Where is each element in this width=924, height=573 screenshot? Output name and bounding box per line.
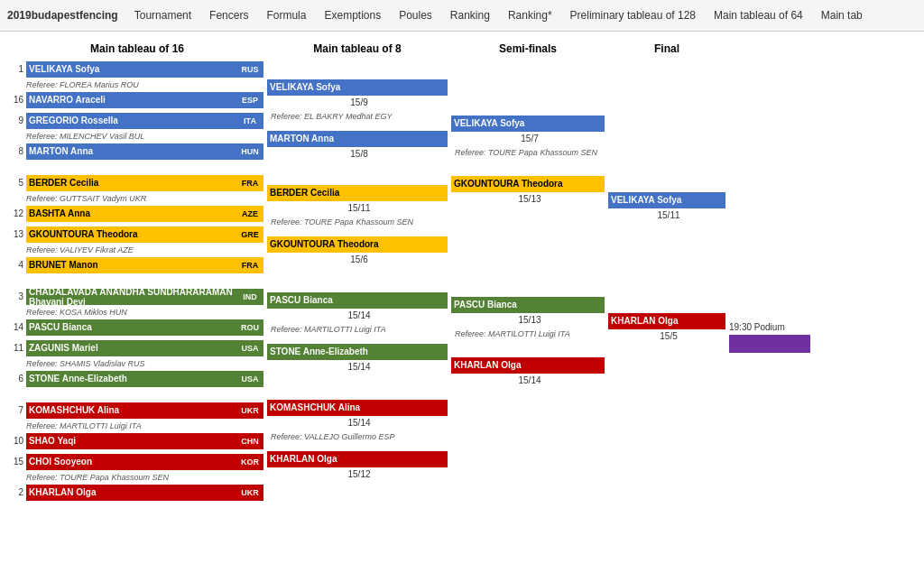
nav-exemptions[interactable]: Exemptions <box>315 0 390 32</box>
referee-line: Referee: MARTILOTTI Luigi ITA <box>11 419 263 432</box>
score: 15/5 <box>608 329 725 343</box>
table-row: PASCU Bianca <box>267 291 448 309</box>
referee-line: Referee: VALIYEV Fikrat AZE <box>11 243 263 256</box>
table-row: VELIKAYA Sofya <box>608 191 725 208</box>
referee-line: Referee: MILENCHEV Vasil BUL <box>11 129 263 143</box>
bracket-content: Main tableau of 16 1 VELIKAYA Sofya RUS … <box>0 32 924 512</box>
table-row: 16 NAVARRO Araceli ESP <box>11 91 263 108</box>
nav-main-tab[interactable]: Main tab <box>812 0 872 32</box>
fencer-name: PASCU Bianca <box>26 319 236 336</box>
seed: 4 <box>11 260 23 270</box>
table-row: VELIKAYA Sofya <box>451 115 605 132</box>
table-row: PASCU Bianca <box>451 296 605 313</box>
fencer-name: CHOI Sooyeon <box>26 454 236 470</box>
fencer-name: STONE Anne-Elizabeth <box>26 371 236 387</box>
table-row: 1 VELIKAYA Sofya RUS <box>11 60 263 78</box>
seed: 14 <box>11 322 23 332</box>
country: KOR <box>236 454 263 470</box>
r1-title: Main tableau of 16 <box>11 42 263 55</box>
fencer-name: CHADALAVADA ANANDHA SUNDHARARAMAN Bhavan… <box>26 289 236 305</box>
fencer-name: KHARLAN Olga <box>608 313 725 329</box>
table-row: 7 KOMASHCHUK Alina UKR <box>11 402 263 419</box>
round-3: Semi-finals VELIKAYA Sofya 15/7Referee: … <box>451 42 605 387</box>
referee-line: Referee: TOURE Papa Khassoum SEN <box>451 145 605 159</box>
r3-entries: VELIKAYA Sofya 15/7Referee: TOURE Papa K… <box>451 60 605 387</box>
score: 15/11 <box>608 208 725 222</box>
navigation: 2019budapestfencing Tournament Fencers F… <box>0 0 924 32</box>
nav-formula[interactable]: Formula <box>257 0 315 32</box>
nav-main-64[interactable]: Main tableau of 64 <box>705 0 812 32</box>
r1-entries: 1 VELIKAYA Sofya RUS Referee: FLOREA Mar… <box>11 60 263 501</box>
fencer-name: BERDER Cecilia <box>267 185 448 201</box>
table-row: VELIKAYA Sofya <box>267 79 448 96</box>
round-1: Main tableau of 16 1 VELIKAYA Sofya RUS … <box>11 42 263 501</box>
fencer-name: VELIKAYA Sofya <box>608 192 725 208</box>
fencer-name: BERDER Cecilia <box>26 175 236 191</box>
table-row: 11 ZAGUNIS Mariel USA <box>11 339 263 356</box>
r2-title: Main tableau of 8 <box>267 42 448 55</box>
podium-area: 19:30 Podium <box>729 60 828 353</box>
fencer-name: KHARLAN Olga <box>267 451 448 467</box>
table-row: KHARLAN Olga <box>451 356 605 374</box>
fencer-name: VELIKAYA Sofya <box>26 61 236 78</box>
r2-entries: VELIKAYA Sofya 15/9Referee: EL BAKRY Med… <box>267 60 448 481</box>
referee-line: Referee: MARTILOTTI Luigi ITA <box>267 322 448 336</box>
fencer-name: BASHTA Anna <box>26 206 236 222</box>
podium-box <box>729 335 810 353</box>
r3-title: Semi-finals <box>451 42 605 55</box>
seed: 5 <box>11 178 23 188</box>
table-row: GKOUNTOURA Theodora <box>267 236 448 253</box>
country: CHN <box>236 433 263 449</box>
table-row: KOMASHCHUK Alina <box>267 399 448 416</box>
score: 15/14 <box>267 309 448 322</box>
country: IND <box>236 289 263 305</box>
country: ITA <box>236 113 263 129</box>
score: 15/13 <box>451 192 605 206</box>
seed: 11 <box>11 343 23 353</box>
fencer-name: VELIKAYA Sofya <box>267 79 448 96</box>
brand: 2019budapestfencing <box>7 9 118 22</box>
score: 15/9 <box>267 96 448 109</box>
nav-fencers[interactable]: Fencers <box>200 0 257 32</box>
seed: 16 <box>11 95 23 105</box>
table-row: KHARLAN Olga <box>267 450 448 467</box>
score: 15/6 <box>267 253 448 266</box>
fencer-name: KHARLAN Olga <box>26 485 236 501</box>
nav-tournament[interactable]: Tournament <box>125 0 200 32</box>
referee-line: Referee: FLOREA Marius ROU <box>11 78 263 91</box>
r4-entries: VELIKAYA Sofya15/11KHARLAN Olga15/5 <box>608 60 725 343</box>
table-row: 14 PASCU Bianca ROU <box>11 319 263 336</box>
seed: 8 <box>11 146 23 156</box>
fencer-name: PASCU Bianca <box>451 297 605 313</box>
table-row: 4 BRUNET Manon FRA <box>11 256 263 273</box>
table-row: 10 SHAO Yaqi CHN <box>11 432 263 449</box>
seed: 7 <box>11 405 23 415</box>
referee-line: Referee: TOURE Papa Khassoum SEN <box>11 470 263 484</box>
seed: 10 <box>11 436 23 446</box>
nav-prelim-128[interactable]: Preliminary tableau of 128 <box>561 0 705 32</box>
fencer-name: GKOUNTOURA Theodora <box>451 176 605 192</box>
country: UKR <box>236 485 263 501</box>
score: 15/13 <box>451 313 605 327</box>
table-row: GKOUNTOURA Theodora <box>451 175 605 192</box>
table-row: STONE Anne-Elizabeth <box>267 343 448 360</box>
referee-line: Referee: TOURE Papa Khassoum SEN <box>267 215 448 228</box>
referee-line: Referee: GUTTSAIT Vadym UKR <box>11 191 263 205</box>
fencer-name: NAVARRO Araceli <box>26 92 236 108</box>
seed: 9 <box>11 116 23 125</box>
fencer-name: ZAGUNIS Mariel <box>26 340 236 356</box>
country: RUS <box>236 61 263 78</box>
nav-ranking[interactable]: Ranking <box>441 0 499 32</box>
table-row: 5 BERDER Cecilia FRA <box>11 174 263 191</box>
nav-ranking-star[interactable]: Ranking* <box>499 0 561 32</box>
table-row: 2 KHARLAN Olga UKR <box>11 484 263 501</box>
r4-title: Final <box>608 42 725 55</box>
r5-title <box>729 42 828 55</box>
country: USA <box>236 371 263 387</box>
fencer-name: KOMASHCHUK Alina <box>267 400 448 416</box>
nav-poules[interactable]: Poules <box>390 0 441 32</box>
referee-line: Referee: VALLEJO Guillermo ESP <box>267 430 448 443</box>
country: HUN <box>236 143 263 160</box>
seed: 12 <box>11 208 23 218</box>
round-4: Final VELIKAYA Sofya15/11KHARLAN Olga15/… <box>608 42 725 343</box>
